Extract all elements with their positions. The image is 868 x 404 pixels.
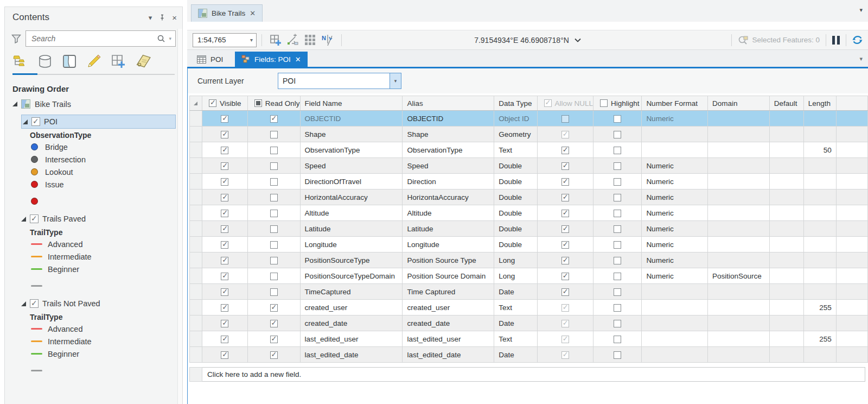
field-row[interactable]: last_edited_userlast_edited_userText255 bbox=[190, 331, 868, 347]
field-row[interactable]: created_datecreated_dateDate bbox=[190, 315, 868, 331]
checkbox[interactable] bbox=[270, 241, 278, 249]
checkbox[interactable] bbox=[561, 288, 569, 296]
list-by-snapping-icon[interactable] bbox=[110, 53, 126, 70]
map-scale-combo[interactable]: 1:54,765 ▾ bbox=[193, 33, 257, 47]
checkbox[interactable] bbox=[614, 336, 621, 343]
checkbox[interactable] bbox=[614, 178, 621, 186]
highlight-cell[interactable] bbox=[593, 252, 642, 268]
legend-item[interactable]: Intersection bbox=[31, 153, 182, 166]
visible-cell[interactable] bbox=[202, 300, 247, 315]
tab-poi-table[interactable]: POI bbox=[190, 52, 229, 67]
close-map-tab-icon[interactable]: ✕ bbox=[250, 9, 256, 17]
domain-cell[interactable] bbox=[707, 142, 769, 158]
checkbox[interactable] bbox=[614, 225, 621, 233]
default-cell[interactable] bbox=[769, 111, 803, 127]
checkbox[interactable] bbox=[270, 288, 278, 296]
column-header-alias[interactable]: Alias bbox=[403, 96, 494, 111]
checkbox[interactable] bbox=[614, 273, 621, 280]
legend-item[interactable]: Advanced bbox=[31, 323, 182, 335]
checkbox[interactable] bbox=[561, 320, 569, 327]
checkbox[interactable] bbox=[614, 162, 621, 170]
checkbox[interactable] bbox=[221, 273, 228, 280]
checkbox[interactable] bbox=[270, 257, 278, 264]
number-format-cell[interactable]: Numeric bbox=[642, 221, 708, 237]
alias-cell[interactable]: Time Captured bbox=[403, 284, 494, 300]
highlight-cell[interactable] bbox=[593, 315, 642, 331]
tree-item-map[interactable]: Bike Trails bbox=[12, 98, 182, 110]
highlight-cell[interactable] bbox=[593, 221, 642, 237]
default-cell[interactable] bbox=[769, 174, 803, 190]
checkbox[interactable] bbox=[221, 304, 228, 312]
close-fields-tab-icon[interactable]: ✕ bbox=[295, 55, 301, 64]
visible-cell[interactable] bbox=[202, 221, 247, 237]
alias-cell[interactable]: Altitude bbox=[403, 205, 494, 221]
checkbox[interactable] bbox=[614, 131, 621, 138]
checkbox[interactable] bbox=[221, 225, 228, 233]
domain-cell[interactable] bbox=[707, 205, 769, 221]
length-cell[interactable] bbox=[803, 190, 836, 205]
legend-item[interactable] bbox=[31, 195, 182, 207]
checkbox[interactable] bbox=[614, 210, 621, 217]
alias-cell[interactable]: OBJECTID bbox=[403, 111, 494, 127]
number-format-cell[interactable]: Numeric bbox=[642, 205, 708, 221]
alias-cell[interactable]: created_user bbox=[403, 300, 494, 315]
row-selector[interactable] bbox=[190, 190, 202, 205]
legend-item[interactable]: Intermediate bbox=[31, 335, 182, 348]
field-row[interactable]: PositionSourceTypePosition Source TypeLo… bbox=[190, 252, 868, 268]
highlight-cell[interactable] bbox=[593, 347, 642, 363]
read-only-cell[interactable] bbox=[247, 205, 300, 221]
number-format-cell[interactable]: Numeric bbox=[642, 252, 708, 268]
alias-cell[interactable]: last_edited_date bbox=[403, 347, 494, 363]
checkbox[interactable] bbox=[561, 241, 569, 249]
length-cell[interactable] bbox=[803, 111, 836, 127]
domain-cell[interactable] bbox=[707, 190, 769, 205]
row-selector[interactable] bbox=[190, 174, 202, 190]
layer-visibility-checkbox[interactable] bbox=[30, 299, 39, 308]
checkbox[interactable] bbox=[614, 320, 621, 327]
highlight-cell[interactable] bbox=[593, 111, 642, 127]
alias-cell[interactable]: Direction bbox=[403, 174, 494, 190]
data-type-cell[interactable]: Double bbox=[494, 237, 537, 252]
checkbox[interactable] bbox=[221, 288, 228, 296]
length-cell[interactable] bbox=[803, 158, 836, 174]
default-cell[interactable] bbox=[769, 190, 803, 205]
field-name-cell[interactable]: DirectionOfTravel bbox=[300, 174, 403, 190]
field-row[interactable]: AltitudeAltitudeDoubleNumeric bbox=[190, 205, 868, 221]
field-row[interactable]: ObservationTypeObservationTypeText50 bbox=[190, 142, 868, 158]
read-only-cell[interactable] bbox=[247, 221, 300, 237]
legend-item[interactable]: Issue bbox=[31, 178, 182, 191]
data-type-cell[interactable]: Double bbox=[494, 174, 537, 190]
checkbox[interactable] bbox=[270, 336, 278, 343]
layer-combo-chevron-icon[interactable]: ▾ bbox=[390, 73, 401, 89]
length-cell[interactable] bbox=[803, 284, 836, 300]
checkbox[interactable] bbox=[561, 178, 569, 186]
row-selector[interactable] bbox=[190, 315, 202, 331]
data-type-cell[interactable]: Long bbox=[494, 268, 537, 284]
highlight-cell[interactable] bbox=[593, 190, 642, 205]
add-field-row[interactable]: Click here to add a new field. bbox=[189, 367, 868, 382]
field-row[interactable]: LongitudeLongitudeDoubleNumeric bbox=[190, 237, 868, 252]
filter-icon[interactable] bbox=[11, 34, 21, 43]
length-cell[interactable] bbox=[803, 221, 836, 237]
length-cell[interactable]: 255 bbox=[803, 300, 836, 315]
visible-cell[interactable] bbox=[202, 111, 247, 127]
default-cell[interactable] bbox=[769, 142, 803, 158]
field-name-cell[interactable]: Latitude bbox=[300, 221, 403, 237]
legend-item[interactable] bbox=[31, 364, 182, 377]
visible-cell[interactable] bbox=[202, 284, 247, 300]
domain-cell[interactable] bbox=[707, 158, 769, 174]
checkbox[interactable] bbox=[614, 194, 621, 201]
checkbox[interactable] bbox=[614, 351, 621, 359]
panel-menu-chevron-icon[interactable]: ▾ bbox=[149, 14, 152, 22]
checkbox[interactable] bbox=[561, 336, 569, 343]
visible-cell[interactable] bbox=[202, 237, 247, 252]
length-cell[interactable] bbox=[803, 347, 836, 363]
alias-cell[interactable]: Latitude bbox=[403, 221, 494, 237]
checkbox[interactable] bbox=[221, 210, 228, 217]
default-cell[interactable] bbox=[769, 331, 803, 347]
default-cell[interactable] bbox=[769, 237, 803, 252]
data-type-cell[interactable]: Double bbox=[494, 205, 537, 221]
highlight-cell[interactable] bbox=[593, 205, 642, 221]
number-format-cell[interactable]: Numeric bbox=[642, 268, 708, 284]
refresh-icon[interactable] bbox=[852, 35, 863, 45]
